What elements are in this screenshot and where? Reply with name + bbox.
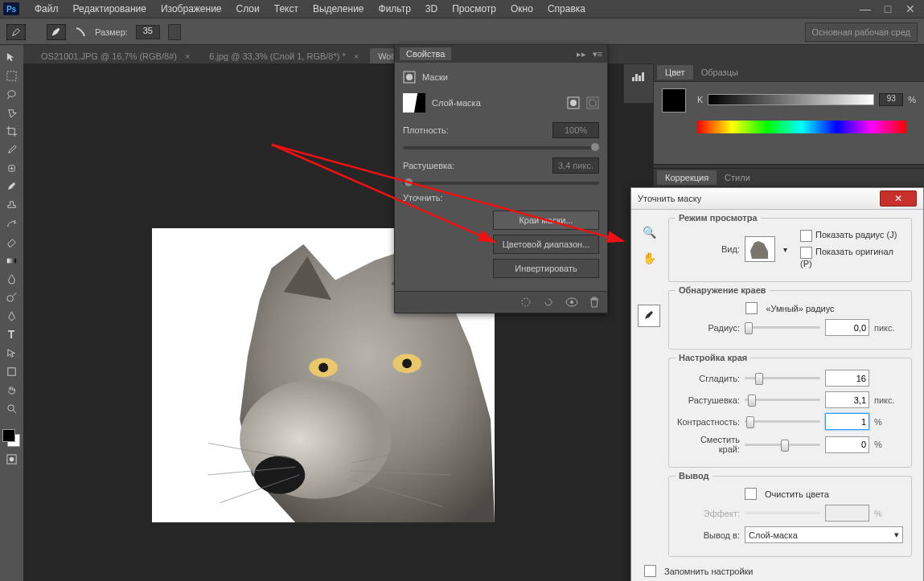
- apply-mask-icon[interactable]: [543, 297, 554, 308]
- color-range-button[interactable]: Цветовой диапазон...: [493, 235, 599, 254]
- vector-mask-icon[interactable]: [586, 96, 599, 109]
- smart-radius-checkbox[interactable]: [745, 302, 758, 314]
- history-brush-tool[interactable]: [2, 215, 21, 232]
- zoom-tool-icon[interactable]: 🔍: [638, 221, 660, 243]
- eyedropper-tool[interactable]: [2, 141, 21, 158]
- tab-adjustments[interactable]: Коррекция: [657, 170, 717, 185]
- dlg-feather-slider[interactable]: [745, 399, 820, 401]
- menu-file[interactable]: Файл: [27, 2, 66, 16]
- dialog-close-button[interactable]: ✕: [880, 190, 917, 207]
- density-value[interactable]: 100%: [552, 122, 599, 138]
- contrast-input[interactable]: [825, 413, 869, 430]
- menu-3d[interactable]: 3D: [418, 2, 445, 16]
- close-tab-icon[interactable]: ×: [185, 51, 190, 61]
- decontaminate-label: Очистить цвета: [765, 489, 829, 499]
- menu-layer[interactable]: Слои: [229, 2, 267, 16]
- dodge-tool[interactable]: [2, 288, 21, 306]
- smooth-slider[interactable]: [745, 377, 820, 379]
- shift-input[interactable]: [825, 436, 869, 453]
- feather-slider[interactable]: [403, 182, 599, 185]
- invert-button[interactable]: Инвертировать: [493, 259, 599, 278]
- blur-tool[interactable]: [2, 270, 21, 288]
- menu-select[interactable]: Выделение: [306, 2, 372, 16]
- eraser-tool[interactable]: [2, 233, 21, 251]
- heal-tool[interactable]: [2, 159, 21, 177]
- show-radius-checkbox[interactable]: [800, 230, 812, 242]
- menu-edit[interactable]: Редактирование: [66, 2, 154, 16]
- toggle-mask-icon[interactable]: [565, 297, 578, 307]
- feather-value[interactable]: 3,4 пикс.: [552, 158, 599, 174]
- type-tool[interactable]: T: [2, 325, 21, 343]
- delete-mask-icon[interactable]: [589, 297, 599, 308]
- collapsed-dock[interactable]: [623, 63, 654, 104]
- remember-checkbox[interactable]: [644, 565, 656, 577]
- gradient-tool[interactable]: [2, 252, 21, 269]
- quick-select-tool[interactable]: [2, 104, 21, 121]
- svg-rect-0: [6, 71, 15, 80]
- histogram-icon[interactable]: [627, 67, 650, 86]
- smooth-input[interactable]: [825, 370, 869, 387]
- pen-tool[interactable]: [2, 307, 21, 325]
- brush-tool[interactable]: [2, 178, 21, 195]
- lasso-tool[interactable]: [2, 85, 21, 103]
- mask-edge-button[interactable]: Край маски...: [493, 211, 599, 230]
- shape-tool[interactable]: [2, 362, 21, 380]
- menu-image[interactable]: Изображение: [154, 2, 229, 16]
- k-slider[interactable]: [708, 94, 874, 105]
- radius-unit: пикс.: [874, 323, 903, 333]
- size-dropdown[interactable]: [168, 24, 181, 40]
- close-button[interactable]: ✕: [900, 2, 921, 15]
- panel-menu-icon[interactable]: ▾≡: [593, 49, 602, 59]
- tool-preset[interactable]: [6, 24, 26, 40]
- quickmask-toggle[interactable]: [2, 450, 21, 468]
- stamp-tool[interactable]: [2, 196, 21, 214]
- dialog-titlebar[interactable]: Уточнить маску ✕: [631, 188, 923, 210]
- airbrush-icon[interactable]: [74, 26, 87, 39]
- menu-view[interactable]: Просмотр: [445, 2, 503, 16]
- hand-tool[interactable]: [2, 381, 21, 399]
- foreground-background-swatch[interactable]: [2, 429, 20, 447]
- shift-slider[interactable]: [745, 444, 820, 446]
- document-tab[interactable]: OS21001.JPG @ 16,7% (RGB/8#)×: [33, 48, 198, 64]
- density-slider[interactable]: [403, 146, 599, 149]
- hand-tool-icon[interactable]: ✋: [638, 247, 660, 269]
- menu-window[interactable]: Окно: [503, 2, 540, 16]
- dlg-feather-input[interactable]: [825, 391, 869, 408]
- brush-preview[interactable]: [47, 24, 66, 40]
- layer-mask-thumb[interactable]: [403, 93, 425, 113]
- contrast-slider[interactable]: [745, 420, 820, 423]
- path-select-tool[interactable]: [2, 344, 21, 362]
- minimize-button[interactable]: —: [855, 2, 876, 15]
- size-input[interactable]: 35: [136, 25, 160, 39]
- marquee-tool[interactable]: [2, 67, 21, 84]
- panel-collapse-icon[interactable]: ▸▸: [577, 49, 586, 59]
- zoom-tool[interactable]: [2, 399, 21, 417]
- show-original-checkbox[interactable]: [800, 247, 812, 259]
- adjust-edge-group: Настройка края Сгладить: Растушевка: пик…: [668, 358, 912, 468]
- load-selection-icon[interactable]: [520, 297, 532, 308]
- radius-input[interactable]: [825, 319, 869, 336]
- k-value[interactable]: 93: [879, 93, 903, 106]
- close-tab-icon[interactable]: ×: [354, 51, 359, 61]
- decontaminate-checkbox[interactable]: [745, 488, 757, 500]
- menu-help[interactable]: Справка: [540, 2, 593, 16]
- menu-filter[interactable]: Фильтр: [372, 2, 418, 16]
- maximize-button[interactable]: □: [877, 2, 898, 15]
- pixel-mask-icon[interactable]: [567, 96, 580, 109]
- crop-tool[interactable]: [2, 122, 21, 140]
- move-tool[interactable]: [2, 48, 21, 66]
- workspace-switcher[interactable]: Основная рабочая сред: [805, 23, 918, 42]
- output-to-select[interactable]: Слой-маска▾: [745, 526, 903, 543]
- view-thumbnail[interactable]: [745, 236, 775, 262]
- radius-slider[interactable]: [745, 326, 820, 329]
- tab-styles[interactable]: Стили: [717, 170, 758, 185]
- document-tab[interactable]: 6.jpg @ 33,3% (Слой 1, RGB/8*) *×: [201, 48, 367, 64]
- menu-text[interactable]: Текст: [267, 2, 306, 16]
- color-swatch[interactable]: [662, 88, 686, 113]
- svg-rect-17: [639, 76, 641, 81]
- spectrum-bar[interactable]: [697, 121, 906, 133]
- properties-title[interactable]: Свойства: [400, 47, 451, 60]
- refine-brush-tool[interactable]: [638, 305, 660, 327]
- tab-color[interactable]: Цвет: [657, 65, 693, 80]
- tab-swatches[interactable]: Образцы: [693, 65, 746, 80]
